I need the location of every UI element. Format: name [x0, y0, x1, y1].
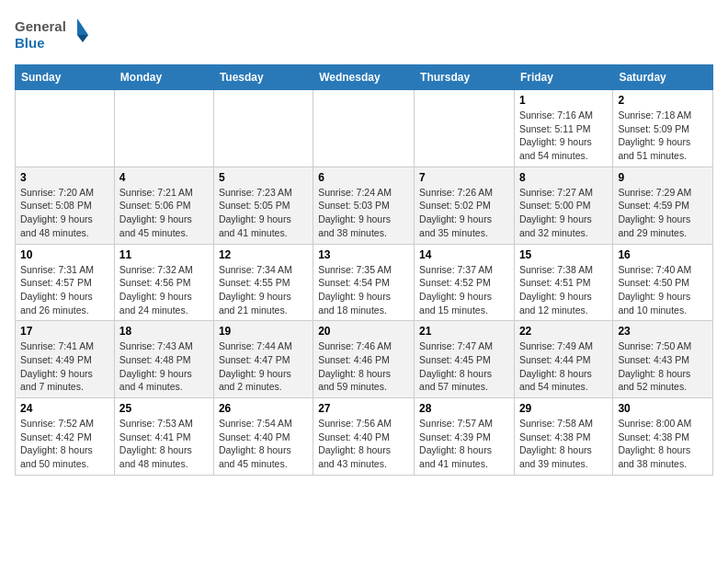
day-info: Sunrise: 7:21 AM Sunset: 5:06 PM Dayligh…	[119, 186, 209, 240]
calendar-cell	[114, 90, 213, 167]
calendar-cell: 20Sunrise: 7:46 AM Sunset: 4:46 PM Dayli…	[313, 321, 415, 398]
weekday-header-friday: Friday	[514, 65, 612, 90]
calendar-cell: 7Sunrise: 7:26 AM Sunset: 5:02 PM Daylig…	[415, 167, 515, 244]
day-number: 25	[119, 402, 209, 415]
calendar-cell: 22Sunrise: 7:49 AM Sunset: 4:44 PM Dayli…	[514, 321, 612, 398]
calendar-week-3: 10Sunrise: 7:31 AM Sunset: 4:57 PM Dayli…	[16, 244, 713, 321]
day-number: 28	[419, 402, 509, 415]
day-number: 6	[318, 171, 409, 184]
day-info: Sunrise: 7:32 AM Sunset: 4:56 PM Dayligh…	[119, 263, 209, 317]
day-number: 4	[119, 171, 209, 184]
calendar-cell: 4Sunrise: 7:21 AM Sunset: 5:06 PM Daylig…	[114, 167, 213, 244]
calendar-cell: 9Sunrise: 7:29 AM Sunset: 4:59 PM Daylig…	[613, 167, 713, 244]
calendar-table: SundayMondayTuesdayWednesdayThursdayFrid…	[15, 64, 713, 476]
day-info: Sunrise: 7:38 AM Sunset: 4:51 PM Dayligh…	[519, 263, 608, 317]
day-number: 8	[519, 171, 608, 184]
day-number: 2	[618, 94, 708, 107]
day-number: 24	[20, 402, 109, 415]
day-number: 20	[318, 325, 409, 338]
svg-text:Blue: Blue	[15, 35, 45, 51]
day-info: Sunrise: 7:34 AM Sunset: 4:55 PM Dayligh…	[219, 263, 308, 317]
calendar-cell: 29Sunrise: 7:58 AM Sunset: 4:38 PM Dayli…	[514, 398, 612, 476]
day-number: 11	[119, 248, 209, 261]
calendar-cell: 26Sunrise: 7:54 AM Sunset: 4:40 PM Dayli…	[213, 398, 313, 476]
day-info: Sunrise: 7:35 AM Sunset: 4:54 PM Dayligh…	[318, 263, 409, 317]
day-number: 30	[618, 402, 708, 415]
calendar-cell: 13Sunrise: 7:35 AM Sunset: 4:54 PM Dayli…	[313, 244, 415, 321]
calendar-cell: 25Sunrise: 7:53 AM Sunset: 4:41 PM Dayli…	[114, 398, 213, 476]
day-number: 15	[519, 248, 608, 261]
weekday-header-tuesday: Tuesday	[213, 65, 313, 90]
day-info: Sunrise: 7:16 AM Sunset: 5:11 PM Dayligh…	[519, 109, 608, 163]
calendar-cell: 15Sunrise: 7:38 AM Sunset: 4:51 PM Dayli…	[514, 244, 612, 321]
day-number: 12	[219, 248, 308, 261]
calendar-cell	[415, 90, 515, 167]
day-number: 3	[20, 171, 109, 184]
calendar-cell: 16Sunrise: 7:40 AM Sunset: 4:50 PM Dayli…	[613, 244, 713, 321]
day-number: 5	[219, 171, 308, 184]
calendar-week-2: 3Sunrise: 7:20 AM Sunset: 5:08 PM Daylig…	[16, 167, 713, 244]
day-number: 21	[419, 325, 509, 338]
day-info: Sunrise: 7:52 AM Sunset: 4:42 PM Dayligh…	[20, 417, 109, 471]
day-number: 13	[318, 248, 409, 261]
calendar-cell: 18Sunrise: 7:43 AM Sunset: 4:48 PM Dayli…	[114, 321, 213, 398]
calendar-cell: 30Sunrise: 8:00 AM Sunset: 4:38 PM Dayli…	[613, 398, 713, 476]
calendar-cell: 23Sunrise: 7:50 AM Sunset: 4:43 PM Dayli…	[613, 321, 713, 398]
calendar-cell: 6Sunrise: 7:24 AM Sunset: 5:03 PM Daylig…	[313, 167, 415, 244]
calendar-cell: 28Sunrise: 7:57 AM Sunset: 4:39 PM Dayli…	[415, 398, 515, 476]
page-header: General Blue	[15, 15, 713, 55]
day-number: 22	[519, 325, 608, 338]
day-info: Sunrise: 7:43 AM Sunset: 4:48 PM Dayligh…	[119, 339, 209, 394]
day-info: Sunrise: 7:47 AM Sunset: 4:45 PM Dayligh…	[419, 339, 509, 394]
calendar-week-4: 17Sunrise: 7:41 AM Sunset: 4:49 PM Dayli…	[16, 321, 713, 398]
day-info: Sunrise: 7:29 AM Sunset: 4:59 PM Dayligh…	[618, 186, 708, 240]
day-number: 16	[618, 248, 708, 261]
day-number: 7	[419, 171, 509, 184]
day-info: Sunrise: 7:49 AM Sunset: 4:44 PM Dayligh…	[519, 339, 608, 394]
weekday-header-wednesday: Wednesday	[313, 65, 415, 90]
day-number: 9	[618, 171, 708, 184]
day-info: Sunrise: 7:58 AM Sunset: 4:38 PM Dayligh…	[519, 417, 608, 471]
calendar-cell: 5Sunrise: 7:23 AM Sunset: 5:05 PM Daylig…	[213, 167, 313, 244]
day-info: Sunrise: 7:27 AM Sunset: 5:00 PM Dayligh…	[519, 186, 608, 240]
day-info: Sunrise: 7:40 AM Sunset: 4:50 PM Dayligh…	[618, 263, 708, 317]
day-info: Sunrise: 7:18 AM Sunset: 5:09 PM Dayligh…	[618, 109, 708, 163]
svg-marker-3	[77, 35, 88, 42]
day-info: Sunrise: 7:41 AM Sunset: 4:49 PM Dayligh…	[20, 339, 109, 394]
day-number: 17	[20, 325, 109, 338]
calendar-cell: 24Sunrise: 7:52 AM Sunset: 4:42 PM Dayli…	[16, 398, 115, 476]
calendar-cell	[213, 90, 313, 167]
day-info: Sunrise: 7:23 AM Sunset: 5:05 PM Dayligh…	[219, 186, 308, 240]
logo-svg: General Blue	[15, 15, 88, 55]
day-info: Sunrise: 7:44 AM Sunset: 4:47 PM Dayligh…	[219, 339, 308, 394]
day-info: Sunrise: 7:56 AM Sunset: 4:40 PM Dayligh…	[318, 417, 409, 471]
day-info: Sunrise: 8:00 AM Sunset: 4:38 PM Dayligh…	[618, 417, 708, 471]
calendar-cell: 1Sunrise: 7:16 AM Sunset: 5:11 PM Daylig…	[514, 90, 612, 167]
calendar-week-1: 1Sunrise: 7:16 AM Sunset: 5:11 PM Daylig…	[16, 90, 713, 167]
day-number: 27	[318, 402, 409, 415]
weekday-header-thursday: Thursday	[415, 65, 515, 90]
day-info: Sunrise: 7:24 AM Sunset: 5:03 PM Dayligh…	[318, 186, 409, 240]
day-info: Sunrise: 7:20 AM Sunset: 5:08 PM Dayligh…	[20, 186, 109, 240]
svg-text:General: General	[15, 18, 66, 34]
calendar-cell: 3Sunrise: 7:20 AM Sunset: 5:08 PM Daylig…	[16, 167, 115, 244]
calendar-cell: 17Sunrise: 7:41 AM Sunset: 4:49 PM Dayli…	[16, 321, 115, 398]
calendar-cell	[16, 90, 115, 167]
calendar-cell: 14Sunrise: 7:37 AM Sunset: 4:52 PM Dayli…	[415, 244, 515, 321]
day-info: Sunrise: 7:57 AM Sunset: 4:39 PM Dayligh…	[419, 417, 509, 471]
day-number: 14	[419, 248, 509, 261]
calendar-header-row: SundayMondayTuesdayWednesdayThursdayFrid…	[16, 65, 713, 90]
day-number: 26	[219, 402, 308, 415]
logo: General Blue	[15, 15, 88, 55]
day-number: 18	[119, 325, 209, 338]
day-info: Sunrise: 7:46 AM Sunset: 4:46 PM Dayligh…	[318, 339, 409, 394]
svg-marker-2	[77, 18, 88, 35]
day-number: 29	[519, 402, 608, 415]
day-info: Sunrise: 7:31 AM Sunset: 4:57 PM Dayligh…	[20, 263, 109, 317]
calendar-cell: 8Sunrise: 7:27 AM Sunset: 5:00 PM Daylig…	[514, 167, 612, 244]
calendar-cell: 27Sunrise: 7:56 AM Sunset: 4:40 PM Dayli…	[313, 398, 415, 476]
day-info: Sunrise: 7:26 AM Sunset: 5:02 PM Dayligh…	[419, 186, 509, 240]
day-info: Sunrise: 7:50 AM Sunset: 4:43 PM Dayligh…	[618, 339, 708, 394]
weekday-header-saturday: Saturday	[613, 65, 713, 90]
day-info: Sunrise: 7:53 AM Sunset: 4:41 PM Dayligh…	[119, 417, 209, 471]
